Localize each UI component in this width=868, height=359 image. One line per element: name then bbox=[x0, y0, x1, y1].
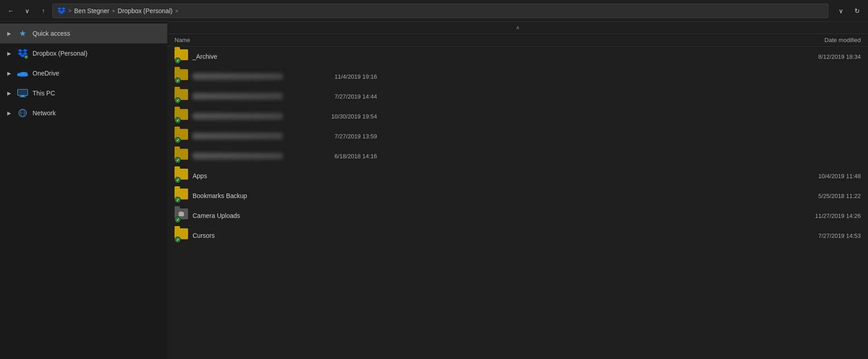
file-name-blurred bbox=[193, 133, 283, 139]
sync-badge: ✓ bbox=[175, 217, 181, 223]
titlebar: ← ∨ ↑ > Ben Stegner > Dropbox (Personal)… bbox=[0, 0, 868, 22]
column-headers: Name Date modified bbox=[167, 34, 868, 47]
column-date-header[interactable]: Date modified bbox=[770, 37, 861, 43]
sync-badge: ✓ bbox=[175, 236, 181, 243]
sync-badge: ✓ bbox=[175, 177, 181, 183]
sync-badge: ✓ bbox=[175, 137, 181, 143]
pc-chevron: ▶ bbox=[5, 90, 13, 96]
up-button[interactable]: ↑ bbox=[36, 4, 51, 18]
sync-badge: ✓ bbox=[175, 157, 181, 163]
address-bar[interactable]: > Ben Stegner > Dropbox (Personal) > bbox=[52, 4, 828, 18]
dropbox-chevron: ▶ bbox=[5, 51, 13, 57]
file-date: 6/18/2018 14:16 bbox=[287, 153, 377, 160]
sidebar-item-onedrive[interactable]: ▶ OneDrive bbox=[0, 63, 167, 83]
network-chevron: ▶ bbox=[5, 110, 13, 116]
sync-badge: ✓ bbox=[175, 77, 181, 84]
file-icon-bookmarks-backup: ✓ bbox=[175, 189, 189, 203]
file-row[interactable]: ✓Cursors7/27/2019 14:53 bbox=[167, 226, 868, 246]
file-date: 7/27/2019 14:44 bbox=[287, 93, 377, 100]
onedrive-chevron: ▶ bbox=[5, 71, 13, 76]
file-name: _Archive bbox=[193, 53, 767, 60]
address-right-controls: ∨ ↻ bbox=[834, 4, 864, 18]
address-sep-1: > bbox=[68, 8, 71, 14]
svg-rect-7 bbox=[19, 96, 26, 97]
pc-icon bbox=[17, 88, 28, 99]
dropbox-address-icon bbox=[57, 7, 66, 15]
file-row[interactable]: ✓7/27/2019 13:59 bbox=[167, 126, 868, 146]
svg-point-2 bbox=[20, 72, 28, 75]
sidebar-item-dropbox[interactable]: ▶ ✓ Dropbox (Personal) bbox=[0, 43, 167, 63]
file-date: 5/25/2018 11:22 bbox=[770, 193, 861, 199]
sidebar-label-network: Network bbox=[33, 109, 56, 117]
address-chevron-1: > bbox=[112, 8, 115, 14]
file-list: ✓_Archive8/12/2019 18:34✓11/4/2019 19:16… bbox=[167, 47, 868, 359]
file-row[interactable]: ✓Apps10/4/2019 11:48 bbox=[167, 166, 868, 186]
file-row[interactable]: ✓Bookmarks Backup5/25/2018 11:22 bbox=[167, 186, 868, 206]
file-icon-apps: ✓ bbox=[175, 169, 189, 183]
column-name-header[interactable]: Name bbox=[175, 37, 770, 43]
file-name: Bookmarks Backup bbox=[193, 192, 767, 199]
svg-rect-6 bbox=[21, 95, 24, 96]
sidebar-label-onedrive: OneDrive bbox=[33, 70, 59, 77]
dropdown-button[interactable]: ∨ bbox=[20, 4, 34, 18]
file-name: Apps bbox=[193, 172, 767, 180]
sync-badge: ✓ bbox=[175, 117, 181, 123]
file-icon-folder6: ✓ bbox=[175, 149, 189, 163]
sync-badge: ✓ bbox=[175, 57, 181, 64]
file-date: 10/4/2019 11:48 bbox=[770, 173, 861, 180]
file-name-blurred bbox=[193, 93, 283, 99]
file-icon-folder2: ✓ bbox=[175, 69, 189, 84]
back-button[interactable]: ← bbox=[4, 4, 18, 18]
main-layout: ▶ ★ Quick access ▶ ✓ Dropbox (Personal) … bbox=[0, 22, 868, 359]
file-date: 8/12/2019 18:34 bbox=[770, 53, 861, 60]
sidebar-item-network[interactable]: ▶ Network bbox=[0, 103, 167, 123]
file-date: 11/4/2019 19:16 bbox=[287, 73, 377, 80]
file-date: 10/30/2019 19:54 bbox=[287, 113, 377, 120]
file-icon-folder4: ✓ bbox=[175, 109, 189, 123]
sidebar: ▶ ★ Quick access ▶ ✓ Dropbox (Personal) … bbox=[0, 22, 167, 359]
file-name-blurred bbox=[193, 153, 283, 159]
onedrive-icon bbox=[17, 68, 28, 79]
sort-bar: ∧ bbox=[167, 22, 868, 34]
refresh-button[interactable]: ↻ bbox=[850, 4, 864, 18]
sort-chevron: ∧ bbox=[516, 24, 520, 31]
content-area: ∧ Name Date modified ✓_Archive8/12/2019 … bbox=[167, 22, 868, 359]
file-icon-camera-uploads: ✓ bbox=[175, 208, 189, 223]
address-part-dropbox[interactable]: Dropbox (Personal) bbox=[118, 7, 172, 14]
sidebar-label-dropbox: Dropbox (Personal) bbox=[33, 50, 87, 57]
file-row[interactable]: ✓6/18/2018 14:16 bbox=[167, 146, 868, 166]
quick-access-chevron: ▶ bbox=[5, 31, 13, 37]
dropbox-icon: ✓ bbox=[17, 48, 28, 59]
sidebar-item-this-pc[interactable]: ▶ This PC bbox=[0, 83, 167, 103]
sync-badge: ✓ bbox=[175, 197, 181, 203]
sidebar-label-this-pc: This PC bbox=[33, 90, 55, 97]
file-row[interactable]: ✓11/4/2019 19:16 bbox=[167, 66, 868, 86]
file-row[interactable]: ✓10/30/2019 19:54 bbox=[167, 106, 868, 126]
file-name: Camera Uploads bbox=[193, 212, 767, 219]
svg-rect-5 bbox=[19, 90, 27, 94]
file-icon-cursors: ✓ bbox=[175, 228, 189, 243]
address-chevron-2: > bbox=[175, 8, 178, 14]
file-date: 7/27/2019 13:59 bbox=[287, 133, 377, 140]
file-row[interactable]: ✓_Archive8/12/2019 18:34 bbox=[167, 47, 868, 66]
sidebar-item-quick-access[interactable]: ▶ ★ Quick access bbox=[0, 24, 167, 43]
file-row[interactable]: ✓7/27/2019 14:44 bbox=[167, 86, 868, 106]
file-row[interactable]: ✓Camera Uploads11/27/2019 14:26 bbox=[167, 206, 868, 226]
address-part-user[interactable]: Ben Stegner bbox=[74, 7, 109, 14]
file-name-blurred bbox=[193, 73, 283, 80]
address-dropdown-button[interactable]: ∨ bbox=[834, 4, 848, 18]
file-name-blurred bbox=[193, 113, 283, 119]
file-icon-archive: ✓ bbox=[175, 49, 189, 64]
file-name: Cursors bbox=[193, 232, 767, 239]
file-date: 11/27/2019 14:26 bbox=[770, 213, 861, 219]
sidebar-label-quick-access: Quick access bbox=[33, 30, 70, 37]
star-icon: ★ bbox=[17, 28, 28, 39]
file-icon-folder5: ✓ bbox=[175, 129, 189, 143]
file-date: 7/27/2019 14:53 bbox=[770, 232, 861, 239]
svg-rect-3 bbox=[17, 74, 28, 76]
file-icon-folder3: ✓ bbox=[175, 89, 189, 104]
network-icon bbox=[17, 108, 28, 118]
sync-badge: ✓ bbox=[175, 97, 181, 104]
